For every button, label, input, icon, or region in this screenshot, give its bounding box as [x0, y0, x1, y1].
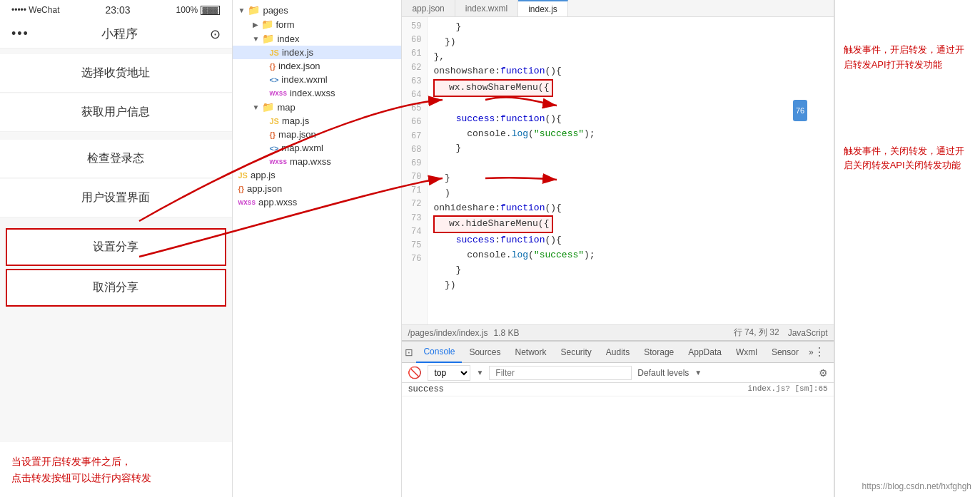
code-line-60: }): [433, 35, 827, 50]
tab-sources[interactable]: Sources: [462, 342, 507, 363]
console-log-row: success index.js? [sm]:65: [402, 383, 833, 396]
tree-item-index-js[interactable]: JS index.js: [233, 46, 402, 59]
log-text: success: [408, 384, 443, 394]
editor-tabs: app.json index.wxml index.js: [402, 0, 833, 17]
devtools-more-icon[interactable]: ⋮: [814, 345, 825, 359]
tree-item-map-wxml[interactable]: <> map.wxml: [233, 141, 402, 155]
annotation-bottom: 触发事件，关闭转发，通过开启关闭转发API关闭转发功能: [844, 144, 971, 174]
tab-storage[interactable]: Storage: [637, 342, 681, 363]
annotation-panel: 触发事件，开启转发，通过开启转发API打开转发功能 触发事件，关闭转发，通过开启…: [834, 0, 980, 497]
menu-item-cancelshare[interactable]: 取消分享: [6, 269, 226, 307]
tree-item-index[interactable]: ▼ 📁 index: [233, 31, 402, 46]
tab-console[interactable]: Console: [416, 342, 462, 363]
tab-security[interactable]: Security: [553, 342, 598, 363]
tree-item-app-js[interactable]: JS app.js: [233, 168, 402, 182]
tab-indexwxml[interactable]: index.wxml: [455, 0, 518, 16]
tab-indexjs[interactable]: index.js: [518, 0, 568, 16]
code-line-72: wx.hideShareMenu({: [433, 215, 827, 233]
code-line-75: }: [433, 263, 827, 278]
tree-item-map-json[interactable]: {} map.json: [233, 128, 402, 141]
menu-item-setshare[interactable]: 设置分享: [6, 228, 226, 266]
phone-status-bar: ••••• WeChat 23:03 100% ▓▓▓: [0, 0, 232, 20]
levels-label: Default levels: [637, 368, 689, 378]
tree-item-app-wxss[interactable]: wxss app.wxss: [233, 195, 402, 209]
cursor-pos: 行 74, 列 32: [734, 327, 779, 339]
annotation-bottom-text: 触发事件，关闭转发，通过开启关闭转发API关闭转发功能: [844, 145, 964, 171]
devtools-panel: ⊡ Console Sources Network Security: [402, 340, 833, 497]
code-line-74: console.log("success");: [433, 248, 827, 263]
code-line-76: }): [433, 278, 827, 293]
code-line-62: onshowshare:function(){: [433, 64, 827, 79]
tree-item-map-wxss[interactable]: wxss map.wxss: [233, 155, 402, 168]
tab-appjson[interactable]: app.json: [402, 0, 455, 16]
menu-item-settings[interactable]: 用户设置界面: [0, 179, 232, 217]
menu-separator-2: [0, 218, 232, 225]
context-select[interactable]: top: [428, 365, 470, 381]
code-line-59: }: [433, 20, 827, 35]
code-lines: } }) }, onshowshare:function(){ wx.showS…: [428, 17, 833, 324]
code-line-70: ): [433, 186, 827, 201]
battery-status: 100% ▓▓▓: [176, 5, 221, 15]
bottom-annotation: 当设置开启转发事件之后， 点击转发按钮可以进行内容转发: [0, 442, 232, 497]
filepath: /pages/index/index.js: [408, 328, 488, 338]
devtools-toolbar: 🚫 top ▼ Default levels ▼ ⚙: [402, 363, 833, 383]
code-line-63: wx.showShareMenu({: [433, 79, 827, 97]
file-tree: ▼ 📁 pages ▶ 📁 form ▼ 📁 index: [233, 0, 402, 497]
tree-item-index-json[interactable]: {} index.json: [233, 59, 402, 73]
code-statusbar: /pages/index/index.js 1.8 KB 行 74, 列 32 …: [402, 324, 833, 340]
code-line-64: [433, 97, 827, 112]
log-source[interactable]: index.js? [sm]:65: [747, 384, 827, 394]
wechat-header: ••• 小程序 ⊙: [0, 20, 232, 48]
tree-item-app-json[interactable]: {} app.json: [233, 182, 402, 195]
tree-item-index-wxss[interactable]: wxss index.wxss: [233, 86, 402, 100]
code-line-73: success:function(){: [433, 233, 827, 248]
tree-item-form[interactable]: ▶ 📁 form: [233, 17, 402, 31]
code-line-69: }: [433, 171, 827, 186]
code-line-65: success:function(){: [433, 112, 827, 127]
code-editor-area: app.json index.wxml index.js 59 60 61 62: [402, 0, 834, 497]
tab-wxml[interactable]: Wxml: [729, 342, 764, 363]
ban-icon[interactable]: 🚫: [408, 366, 422, 379]
devtools-tab-icon: ⊡: [405, 347, 413, 358]
file-panel: ▼ 📁 pages ▶ 📁 form ▼ 📁 index: [233, 0, 403, 497]
settings-icon[interactable]: ⚙: [819, 367, 828, 379]
filter-input[interactable]: [489, 366, 632, 380]
tab-audits[interactable]: Audits: [599, 342, 637, 363]
wechat-title: 小程序: [101, 26, 138, 42]
watermark: https://blog.csdn.net/hxfghgh: [862, 481, 971, 491]
code-content: 59 60 61 62 63 64 65 66 67 68 69 70 71 7…: [402, 17, 833, 324]
tab-appdata[interactable]: AppData: [681, 342, 729, 363]
menu-item-address[interactable]: 选择收货地址: [0, 54, 232, 93]
code-line-67: }: [433, 141, 827, 156]
code-line-66: console.log("success");: [433, 127, 827, 142]
levels-arrow[interactable]: ▼: [694, 369, 702, 376]
code-line-61: },: [433, 50, 827, 65]
signal-status: ••••• WeChat: [11, 5, 59, 15]
phone-menu: 选择收货地址 获取用户信息 检查登录态 用户设置界面: [0, 48, 232, 442]
tree-item-pages[interactable]: ▼ 📁 pages: [233, 3, 402, 17]
tab-network[interactable]: Network: [507, 342, 553, 363]
camera-icon[interactable]: ⊙: [210, 26, 221, 42]
devtools-tabs: ⊡ Console Sources Network Security: [402, 342, 833, 363]
tree-item-map[interactable]: ▼ 📁 map: [233, 100, 402, 114]
annotation-top: 触发事件，开启转发，通过开启转发API打开转发功能: [844, 43, 971, 73]
tree-item-map-js[interactable]: JS map.js: [233, 114, 402, 128]
tab-sensor[interactable]: Sensor: [764, 342, 806, 363]
phone-panel: ••••• WeChat 23:03 100% ▓▓▓ ••• 小程序 ⊙ 选择…: [0, 0, 233, 497]
menu-item-userinfo[interactable]: 获取用户信息: [0, 93, 232, 132]
line-numbers: 59 60 61 62 63 64 65 66 67 68 69 70 71 7…: [402, 17, 428, 324]
console-content: success index.js? [sm]:65: [402, 383, 833, 497]
annotation-top-text: 触发事件，开启转发，通过开启转发API打开转发功能: [844, 44, 964, 70]
more-icon[interactable]: •••: [11, 26, 29, 41]
menu-item-logincheck[interactable]: 检查登录态: [0, 140, 232, 178]
dropdown-icon[interactable]: ▼: [476, 369, 483, 376]
code-line-68: [433, 156, 827, 171]
code-line-71: onhideshare:function(){: [433, 201, 827, 216]
menu-separator-1: [0, 133, 232, 140]
tree-item-index-wxml[interactable]: <> index.wxml: [233, 73, 402, 86]
time-status: 23:03: [106, 4, 131, 16]
